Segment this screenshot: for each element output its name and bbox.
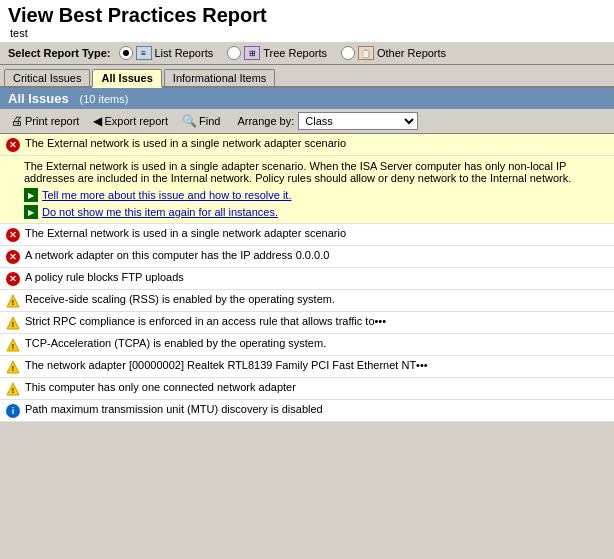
print-report-button[interactable]: 🖨 Print report: [6, 112, 84, 130]
arrange-by-select[interactable]: Class Severity Category: [298, 112, 418, 130]
list-reports-radio[interactable]: [119, 46, 133, 60]
link-arrow-icon-2: ▶: [24, 205, 38, 219]
issue-text: This computer has only one connected net…: [25, 381, 608, 393]
warning-icon: !: [6, 294, 20, 308]
error-icon: ✕: [6, 272, 20, 286]
issue-item[interactable]: ! TCP-Acceleration (TCPA) is enabled by …: [0, 334, 614, 356]
report-type-label: Select Report Type:: [8, 47, 111, 59]
issue-text: The External network is used in a single…: [25, 227, 608, 239]
warning-icon: !: [6, 338, 20, 352]
issue-text: A network adapter on this computer has t…: [25, 249, 608, 261]
issue-item[interactable]: ! This computer has only one connected n…: [0, 378, 614, 400]
print-icon: 🖨: [11, 114, 23, 128]
tree-reports-option[interactable]: ⊞ Tree Reports: [227, 46, 327, 60]
issue-item[interactable]: ! Strict RPC compliance is enforced in a…: [0, 312, 614, 334]
issue-item[interactable]: ✕ A policy rule blocks FTP uploads: [0, 268, 614, 290]
issues-header: All Issues (10 items): [0, 88, 614, 109]
warning-icon: !: [6, 382, 20, 396]
svg-text:!: !: [12, 343, 14, 350]
toolbar: 🖨 Print report ◀ Export report 🔍 Find Ar…: [0, 109, 614, 134]
tabs-bar: Critical Issues All Issues Informational…: [0, 65, 614, 88]
warning-icon: !: [6, 360, 20, 374]
issue-link-2[interactable]: ▶ Do not show me this item again for all…: [24, 205, 608, 219]
issue-detail-text: The External network is used in a single…: [24, 160, 608, 184]
export-icon: ◀: [93, 114, 102, 128]
other-reports-radio[interactable]: [341, 46, 355, 60]
error-icon: ✕: [6, 138, 20, 152]
svg-text:!: !: [12, 387, 14, 394]
subtitle: test: [8, 27, 606, 39]
other-reports-icon: 📋: [358, 46, 374, 60]
issue-link-1[interactable]: ▶ Tell me more about this issue and how …: [24, 188, 608, 202]
page-header: View Best Practices Report test: [0, 0, 614, 41]
export-report-button[interactable]: ◀ Export report: [88, 112, 173, 130]
issue-text: A policy rule blocks FTP uploads: [25, 271, 608, 283]
list-reports-label: List Reports: [155, 47, 214, 59]
issues-title: All Issues: [8, 91, 69, 106]
issue-text: TCP-Acceleration (TCPA) is enabled by th…: [25, 337, 608, 349]
tab-all-issues[interactable]: All Issues: [92, 69, 161, 88]
svg-text:!: !: [12, 321, 14, 328]
tree-reports-radio[interactable]: [227, 46, 241, 60]
tree-reports-icon: ⊞: [244, 46, 260, 60]
svg-text:!: !: [12, 365, 14, 372]
find-button[interactable]: 🔍 Find: [177, 112, 225, 130]
page-title: View Best Practices Report: [8, 4, 606, 27]
issue-detail: The External network is used in a single…: [0, 156, 614, 224]
issue-link-text-2[interactable]: Do not show me this item again for all i…: [42, 206, 278, 218]
issue-item[interactable]: ✕ The External network is used in a sing…: [0, 224, 614, 246]
issue-text: The network adapter [00000002] Realtek R…: [25, 359, 608, 371]
find-icon: 🔍: [182, 114, 197, 128]
other-reports-label: Other Reports: [377, 47, 446, 59]
issue-item[interactable]: ✕ The External network is used in a sing…: [0, 134, 614, 156]
list-reports-icon: ≡: [136, 46, 152, 60]
error-icon: ✕: [6, 228, 20, 242]
other-reports-option[interactable]: 📋 Other Reports: [341, 46, 446, 60]
issue-item[interactable]: ! The network adapter [00000002] Realtek…: [0, 356, 614, 378]
issue-text: The External network is used in a single…: [25, 137, 608, 149]
link-arrow-icon: ▶: [24, 188, 38, 202]
warning-icon: !: [6, 316, 20, 330]
arrange-by-label: Arrange by:: [237, 115, 294, 127]
issue-item[interactable]: i Path maximum transmission unit (MTU) d…: [0, 400, 614, 422]
report-type-bar: Select Report Type: ≡ List Reports ⊞ Tre…: [0, 41, 614, 65]
tab-critical[interactable]: Critical Issues: [4, 69, 90, 86]
issue-text: Receive-side scaling (RSS) is enabled by…: [25, 293, 608, 305]
tab-informational[interactable]: Informational Items: [164, 69, 276, 86]
issues-list: ✕ The External network is used in a sing…: [0, 134, 614, 422]
issue-text: Path maximum transmission unit (MTU) dis…: [25, 403, 608, 415]
issue-item[interactable]: ✕ A network adapter on this computer has…: [0, 246, 614, 268]
svg-text:!: !: [12, 299, 14, 306]
issues-count: (10 items): [80, 93, 129, 105]
issue-item[interactable]: ! Receive-side scaling (RSS) is enabled …: [0, 290, 614, 312]
tree-reports-label: Tree Reports: [263, 47, 327, 59]
issue-link-text-1[interactable]: Tell me more about this issue and how to…: [42, 189, 291, 201]
list-reports-option[interactable]: ≡ List Reports: [119, 46, 214, 60]
info-icon: i: [6, 404, 20, 418]
issue-text: Strict RPC compliance is enforced in an …: [25, 315, 608, 327]
error-icon: ✕: [6, 250, 20, 264]
